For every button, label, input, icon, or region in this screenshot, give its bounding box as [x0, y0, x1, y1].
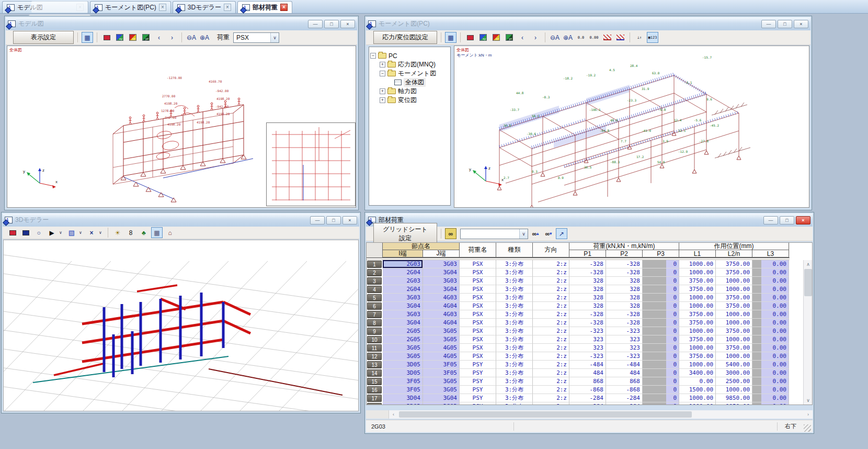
cell-i-end[interactable]: 2G03 [383, 260, 423, 268]
row-number-button[interactable]: 11 [367, 344, 382, 352]
value-decimal-1-icon[interactable]: 0.0 [575, 32, 587, 43]
cell-l1[interactable]: 1000.00 [679, 361, 716, 369]
row-number-button[interactable]: 4 [367, 286, 382, 293]
expand-icon[interactable]: + [380, 62, 385, 68]
horizontal-scroll-thumb[interactable] [399, 411, 692, 418]
cell-load-name[interactable]: PSX [460, 285, 496, 294]
cell-i-end[interactable]: 3F05 [383, 386, 423, 394]
cell-p1[interactable]: -328 [569, 268, 606, 277]
modeler-canvas[interactable] [3, 240, 359, 411]
table-row[interactable]: 10 2G05 3G05 PSX 3:分布 2:z 323 323 0 3750… [367, 335, 790, 344]
cell-l1[interactable]: 3750.00 [679, 285, 716, 294]
cell-direction[interactable]: 2:z [533, 285, 569, 294]
cell-l2n[interactable]: 1000.00 [716, 352, 752, 361]
minimize-button[interactable]: — [310, 216, 325, 224]
cell-load-name[interactable]: PSY [460, 402, 496, 405]
cell-direction[interactable]: 2:z [533, 327, 569, 335]
table-row[interactable]: 8 3G04 4G04 PSX 3:分布 2:z -328 -328 0 375… [367, 319, 790, 327]
cell-p2[interactable]: 484 [606, 369, 643, 377]
moment-canvas[interactable]: z x y 全体図 モーメント:kN・m -15.728.463.04.5-18… [454, 46, 809, 208]
tab-close-icon[interactable]: × [159, 4, 166, 11]
cell-direction[interactable]: 2:z [533, 369, 569, 377]
cell-l1[interactable]: 1000.00 [679, 260, 716, 268]
cell-direction[interactable]: 2:z [533, 344, 569, 352]
cell-direction[interactable]: 2:z [533, 302, 569, 310]
cell-p2[interactable]: 868 [606, 377, 643, 386]
table-row[interactable]: 1 2G03 3G03 PSX 3:分布 2:z -328 -328 0 100… [367, 260, 790, 268]
next-view-icon[interactable]: › [530, 32, 541, 43]
cell-p1[interactable]: -868 [569, 386, 606, 394]
row-number-button[interactable]: 15 [367, 378, 382, 385]
cell-p2[interactable]: 323 [606, 335, 643, 344]
stress-display-settings-button[interactable]: 応力/変位図設定 [373, 31, 437, 44]
cell-direction[interactable]: 2:z [533, 361, 569, 369]
cell-load-name[interactable]: PSX [460, 327, 496, 335]
row-number-button[interactable]: 10 [367, 336, 382, 343]
cell-load-name[interactable]: PSX [460, 310, 496, 319]
close-button[interactable]: × [340, 20, 355, 28]
cell-kind[interactable]: 3:分布 [496, 361, 533, 369]
cell-p3[interactable]: 0 [643, 310, 679, 319]
cell-p3[interactable]: 0 [643, 335, 679, 344]
table-row[interactable]: 15 3F05 3G05 PSY 3:分布 2:z 868 868 0 0.00… [367, 377, 790, 386]
sheet-find-icon[interactable]: ∞ [445, 228, 456, 239]
cell-l3[interactable]: 0.00 [752, 335, 789, 344]
render-view-icon[interactable] [464, 32, 476, 43]
header-direction[interactable]: 方向 [533, 243, 569, 257]
cell-kind[interactable]: 3:分布 [496, 352, 533, 361]
cell-j-end[interactable]: 3G05 [423, 386, 460, 394]
cell-direction[interactable]: 2:z [533, 335, 569, 344]
tree-item-displacement[interactable]: + 変位図 [370, 96, 449, 105]
cell-p2[interactable]: 328 [606, 294, 643, 302]
cell-p1[interactable]: 328 [569, 285, 606, 294]
cell-l2n[interactable]: 9850.00 [716, 402, 752, 405]
row-number-button[interactable]: 2 [367, 269, 382, 276]
cell-p2[interactable]: 328 [606, 277, 643, 285]
cell-p3[interactable]: 0 [643, 361, 679, 369]
grid-toggle-icon[interactable]: ▦ [151, 227, 163, 238]
cell-p2[interactable]: -284 [606, 394, 643, 402]
cell-j-end[interactable]: 3G03 [423, 277, 460, 285]
cell-j-end[interactable]: 3G03 [423, 260, 460, 268]
cell-kind[interactable]: 3:分布 [496, 277, 533, 285]
cell-l2n[interactable]: 3750.00 [716, 260, 752, 268]
cell-p1[interactable]: -323 [569, 352, 606, 361]
cell-l3[interactable]: 0.00 [752, 377, 789, 386]
cell-l2n[interactable]: 3750.00 [716, 302, 752, 310]
prev-view-icon[interactable]: ‹ [153, 32, 165, 43]
cell-p3[interactable]: 0 [643, 319, 679, 327]
cell-l2n[interactable]: 1000.00 [716, 310, 752, 319]
cell-direction[interactable]: 2:z [533, 268, 569, 277]
cell-direction[interactable]: 2:z [533, 402, 569, 405]
cell-p2[interactable]: -328 [606, 268, 643, 277]
horizontal-scrollbar[interactable]: ‹ › [366, 410, 813, 419]
cell-kind[interactable]: 3:分布 [496, 310, 533, 319]
light-icon[interactable]: ☀ [112, 227, 123, 238]
cell-kind[interactable]: 3:分布 [496, 260, 533, 268]
cell-i-end[interactable]: 3D05 [383, 361, 423, 369]
cell-l3[interactable]: 0.00 [752, 344, 789, 352]
cell-p2[interactable]: 328 [606, 285, 643, 294]
cell-l1[interactable]: 1000.00 [679, 344, 716, 352]
collapse-icon[interactable]: − [370, 53, 376, 59]
cell-l2n[interactable]: 1000.00 [716, 386, 752, 394]
maximize-button[interactable]: □ [324, 20, 339, 28]
cell-p1[interactable]: -328 [569, 319, 606, 327]
scroll-up-icon[interactable]: ∧ [804, 260, 813, 268]
rotate-text-minus-icon[interactable]: ⊖A [549, 32, 561, 43]
cell-load-name[interactable]: PSY [460, 394, 496, 402]
cell-j-end[interactable]: 3G04 [423, 394, 460, 402]
row-number-button[interactable]: 7 [367, 311, 382, 318]
value-decimal-2-icon[interactable]: 0.00 [588, 32, 600, 43]
close-button[interactable]: × [796, 216, 810, 224]
cell-load-name[interactable]: PSX [460, 294, 496, 302]
cell-j-end[interactable]: 3G05 [423, 377, 460, 386]
row-number-button[interactable]: 13 [367, 361, 382, 368]
cell-p3[interactable]: 0 [643, 377, 679, 386]
cell-p1[interactable]: -328 [569, 310, 606, 319]
row-number-button[interactable]: 9 [367, 328, 382, 335]
row-number-button[interactable]: 17 [367, 395, 382, 402]
cell-direction[interactable]: 2:z [533, 394, 569, 402]
cell-l1[interactable]: 3750.00 [679, 352, 716, 361]
cell-load-name[interactable]: PSX [460, 302, 496, 310]
